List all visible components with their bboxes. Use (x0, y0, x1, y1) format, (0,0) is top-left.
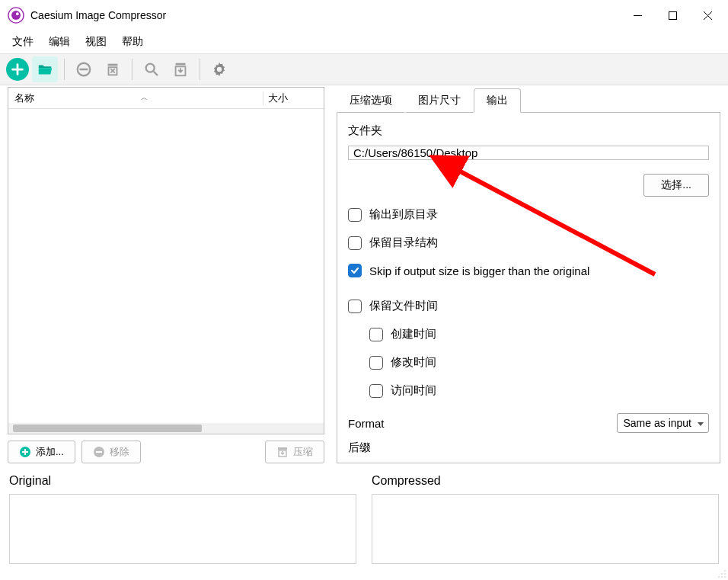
svg-point-29 (721, 573, 723, 575)
menu-help[interactable]: 帮助 (114, 32, 151, 52)
format-row: Format Same as input (348, 413, 709, 433)
app-logo-icon (8, 7, 24, 24)
minus-circle-icon (93, 446, 105, 458)
file-list: 名称 ︿ 大小 (8, 87, 324, 434)
svg-point-1 (11, 11, 21, 20)
checkbox-ctime-row[interactable]: 创建时间 (369, 327, 709, 341)
tab-compression[interactable]: 压缩选项 (337, 88, 405, 113)
file-list-header: 名称 ︿ 大小 (8, 88, 324, 109)
toolbar-add-button[interactable] (6, 58, 29, 81)
svg-rect-25 (278, 447, 287, 450)
svg-point-2 (16, 12, 19, 15)
checkbox-keep-times[interactable] (348, 300, 362, 313)
checkbox-same-folder-label: 输出到原目录 (369, 207, 438, 222)
toolbar-clear-button[interactable] (100, 56, 126, 82)
svg-point-30 (724, 573, 726, 575)
output-folder-value: C:/Users/86150/Desktop (353, 146, 477, 159)
resize-grip-icon[interactable] (716, 568, 726, 578)
clear-list-icon (104, 61, 121, 78)
checkbox-ctime[interactable] (369, 328, 383, 341)
checkbox-keep-structure-label: 保留目录结构 (369, 236, 438, 250)
toolbar-divider (132, 59, 133, 80)
left-panel: 名称 ︿ 大小 添加... 移除 (8, 87, 324, 463)
svg-rect-17 (176, 63, 186, 66)
add-button[interactable]: 添加... (8, 441, 75, 463)
suffix-label: 后缀 (348, 441, 709, 455)
format-select-value: Same as input (624, 417, 692, 429)
format-label: Format (348, 417, 394, 430)
column-header-name-label: 名称 (14, 91, 34, 105)
main-area: 名称 ︿ 大小 添加... 移除 (0, 85, 728, 463)
preview-original-label: Original (9, 474, 356, 488)
menu-view[interactable]: 视图 (78, 32, 114, 52)
checkbox-ctime-label: 创建时间 (391, 327, 436, 341)
svg-rect-4 (669, 11, 676, 19)
checkbox-atime-label: 访问时间 (391, 383, 436, 398)
preview-compressed-box (372, 494, 719, 564)
output-tab-content: 文件夹 C:/Users/86150/Desktop 选择... 输出到原目录 … (337, 113, 720, 463)
import-icon (172, 61, 189, 78)
horizontal-scrollbar[interactable] (8, 423, 324, 434)
preview-original-box (9, 494, 356, 564)
title-bar: Caesium Image Compressor (0, 0, 728, 30)
checkbox-same-folder-row[interactable]: 输出到原目录 (348, 207, 709, 222)
preview-compressed-label: Compressed (372, 474, 719, 488)
file-list-body[interactable] (8, 109, 324, 423)
checkbox-atime[interactable] (369, 384, 383, 398)
checkbox-skip-bigger[interactable] (348, 264, 362, 277)
add-button-label: 添加... (36, 445, 64, 459)
menu-edit[interactable]: 编辑 (41, 32, 78, 52)
checkbox-mtime-row[interactable]: 修改时间 (369, 355, 709, 370)
column-header-name[interactable]: 名称 ︿ (8, 91, 263, 105)
tab-output[interactable]: 输出 (474, 88, 521, 113)
preview-compressed: Compressed (372, 474, 719, 564)
check-icon (350, 266, 359, 275)
toolbar-import-button[interactable] (168, 56, 193, 82)
toolbar-remove-button[interactable] (71, 56, 97, 82)
svg-line-16 (154, 72, 158, 75)
svg-point-19 (217, 67, 222, 72)
close-button[interactable] (690, 2, 725, 29)
preview-area: Original Compressed (0, 463, 728, 564)
checkbox-same-folder[interactable] (348, 208, 362, 222)
svg-point-33 (724, 576, 726, 578)
svg-point-31 (718, 576, 720, 578)
output-folder-input[interactable]: C:/Users/86150/Desktop (348, 146, 709, 160)
tab-image-size[interactable]: 图片尺寸 (405, 88, 474, 113)
checkbox-keep-times-row[interactable]: 保留文件时间 (348, 299, 709, 313)
plus-circle-icon (19, 446, 31, 458)
svg-point-28 (724, 570, 726, 572)
compress-button-label: 压缩 (293, 445, 313, 459)
toolbar-search-button[interactable] (139, 56, 164, 82)
maximize-button[interactable] (655, 2, 690, 29)
checkbox-keep-structure[interactable] (348, 236, 362, 250)
window-title: Caesium Image Compressor (30, 9, 620, 21)
checkbox-keep-times-label: 保留文件时间 (369, 299, 438, 313)
preview-original: Original (9, 474, 356, 564)
remove-button-label: 移除 (110, 445, 129, 459)
column-header-size[interactable]: 大小 (263, 91, 324, 105)
sort-ascending-icon: ︿ (141, 93, 148, 103)
remove-button[interactable]: 移除 (81, 441, 141, 463)
toolbar-settings-button[interactable] (206, 56, 232, 82)
compress-button[interactable]: 压缩 (265, 441, 324, 463)
choose-folder-button[interactable]: 选择... (643, 174, 709, 197)
checkbox-skip-bigger-row[interactable]: Skip if output size is bigger than the o… (348, 264, 709, 277)
menu-bar: 文件 编辑 视图 帮助 (0, 30, 728, 53)
checkbox-mtime[interactable] (369, 356, 383, 370)
folder-label: 文件夹 (348, 123, 709, 138)
checkbox-keep-structure-row[interactable]: 保留目录结构 (348, 236, 709, 250)
plus-icon (9, 61, 26, 78)
search-icon (143, 61, 160, 78)
toolbar-divider (200, 59, 200, 80)
svg-rect-11 (108, 64, 118, 66)
toolbar-divider (64, 59, 65, 80)
toolbar (0, 53, 728, 85)
suffix-input[interactable] (348, 463, 709, 463)
checkbox-atime-row[interactable]: 访问时间 (369, 383, 709, 398)
menu-file[interactable]: 文件 (5, 32, 41, 52)
minimize-button[interactable] (620, 2, 655, 29)
svg-point-32 (721, 576, 723, 578)
toolbar-open-folder-button[interactable] (32, 56, 58, 82)
format-select[interactable]: Same as input (617, 413, 710, 433)
